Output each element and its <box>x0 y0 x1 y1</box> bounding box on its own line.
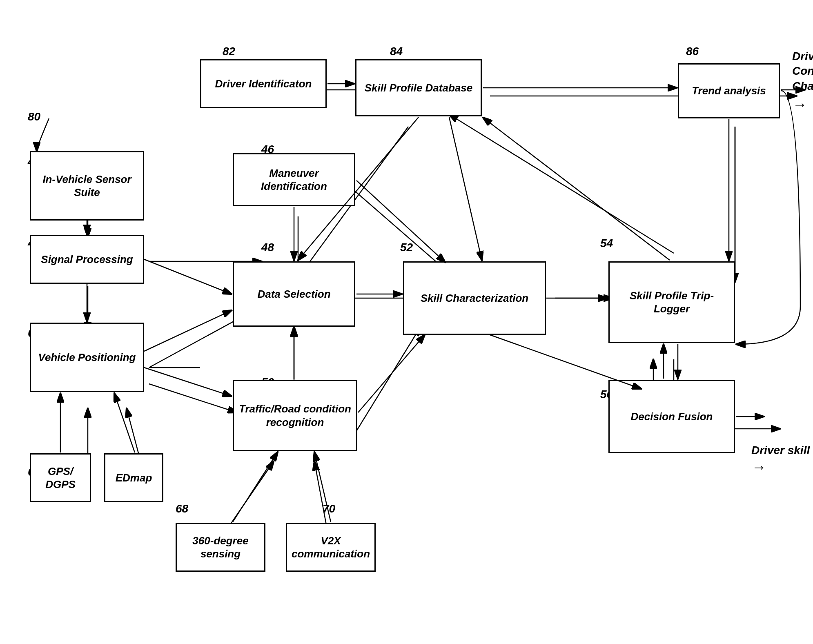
box-skill-char: Skill Characterization <box>403 261 546 335</box>
maneuver-label: Maneuver Identification <box>237 167 351 193</box>
trend-analysis-label: Trend analysis <box>692 84 766 98</box>
edmap-label: EDmap <box>116 471 152 485</box>
skill-profile-trip-label: Skill Profile Trip-Logger <box>613 289 731 316</box>
box-edmap: EDmap <box>104 453 163 502</box>
data-selection-label: Data Selection <box>257 287 330 301</box>
decision-fusion-label: Decision Fusion <box>631 410 713 423</box>
in-vehicle-label: In-Vehicle Sensor Suite <box>34 173 140 199</box>
svg-line-41 <box>358 335 425 412</box>
svg-line-30 <box>144 259 232 294</box>
diagram: 80 42 44 62 64 66 68 46 48 50 52 54 56 7… <box>0 0 813 644</box>
svg-line-31 <box>144 310 232 351</box>
box-maneuver: Maneuver Identification <box>233 153 355 206</box>
label-86: 86 <box>686 45 699 58</box>
svg-line-12 <box>351 188 445 270</box>
driver-id-label: Driver Identificaton <box>215 77 312 91</box>
svg-line-34 <box>114 393 135 452</box>
svg-line-17 <box>449 114 674 253</box>
label-68: 68 <box>176 502 188 515</box>
box-gps: GPS/ DGPS <box>30 453 91 502</box>
sensing360-label: 360-degree sensing <box>180 534 261 561</box>
svg-line-32 <box>144 368 232 396</box>
box-skill-profile-db: Skill Profile Database <box>355 59 482 116</box>
box-signal-processing: Signal Processing <box>30 235 144 284</box>
driver-skill-label: Driver skill <box>751 444 810 457</box>
box-skill-profile-trip: Skill Profile Trip-Logger <box>608 261 735 343</box>
signal-processing-label: Signal Processing <box>41 253 133 266</box>
svg-line-15 <box>355 327 421 433</box>
box-v2x: V2X communication <box>286 523 376 572</box>
box-sensing360: 360-degree sensing <box>176 523 265 572</box>
driver-condition-label: Driver Condition Change <box>792 50 813 92</box>
label-52: 52 <box>400 241 413 254</box>
box-data-selection: Data Selection <box>233 261 355 327</box>
label-82: 82 <box>223 45 235 58</box>
label-80: 80 <box>28 110 40 123</box>
box-trend-analysis: Trend analysis <box>678 63 780 118</box>
svg-line-35 <box>233 452 278 522</box>
label-54: 54 <box>600 237 613 250</box>
box-traffic: Traffic/Road condition recognition <box>233 380 357 451</box>
svg-line-10 <box>314 461 327 527</box>
svg-line-49 <box>449 117 482 260</box>
box-decision-fusion: Decision Fusion <box>608 380 735 453</box>
box-driver-id: Driver Identificaton <box>200 59 327 108</box>
label-84: 84 <box>390 45 403 58</box>
output-driver-skill: Driver skill → <box>751 443 813 477</box>
box-vehicle-positioning: Vehicle Positioning <box>30 323 144 392</box>
svg-line-6 <box>149 384 237 412</box>
traffic-label: Traffic/Road condition recognition <box>237 402 353 429</box>
vehicle-positioning-label: Vehicle Positioning <box>38 351 136 364</box>
output-driver-condition: Driver Condition Change → <box>792 49 813 114</box>
svg-line-9 <box>229 461 274 527</box>
box-in-vehicle: In-Vehicle Sensor Suite <box>30 151 144 221</box>
label-48: 48 <box>261 241 274 254</box>
label-70: 70 <box>323 502 335 515</box>
svg-line-43 <box>483 118 670 260</box>
v2x-label: V2X communication <box>290 534 371 561</box>
gps-label: GPS/ DGPS <box>34 465 87 491</box>
skill-char-label: Skill Characterization <box>421 292 528 305</box>
skill-profile-db-label: Skill Profile Database <box>365 81 472 95</box>
